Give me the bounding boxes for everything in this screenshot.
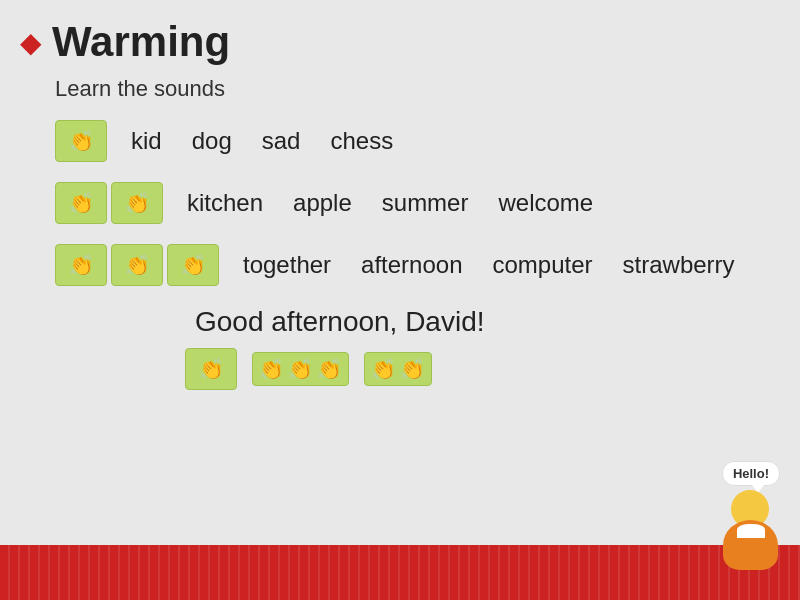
clap-icon: 👏	[69, 191, 94, 215]
clap-box: 👏	[55, 182, 107, 224]
clap-group-good: 👏	[185, 348, 237, 390]
row-1: 👏 kid dog sad chess	[40, 120, 760, 162]
clap-icon: 👏	[288, 357, 313, 381]
word-together: together	[243, 251, 331, 279]
clap-icon: 👏	[259, 357, 284, 381]
clap-group-afternoon: 👏 👏 👏	[252, 352, 349, 386]
clap-boxes-2: 👏 👏	[55, 182, 167, 224]
words-row-2: kitchen apple summer welcome	[187, 189, 593, 217]
bottom-bar	[0, 545, 800, 600]
clap-icon: 👏	[125, 253, 150, 277]
clap-boxes-1: 👏	[55, 120, 111, 162]
clap-box: 👏	[55, 120, 107, 162]
main-content: Learn the sounds 👏 kid dog sad chess 👏 👏…	[0, 76, 800, 390]
word-computer: computer	[493, 251, 593, 279]
words-row-1: kid dog sad chess	[131, 127, 393, 155]
speech-bubble: Hello!	[722, 461, 780, 486]
page-title: Warming	[52, 18, 230, 66]
avatar	[723, 490, 778, 570]
word-apple: apple	[293, 189, 352, 217]
clap-box: 👏	[55, 244, 107, 286]
subtitle: Learn the sounds	[40, 76, 760, 102]
clap-icon: 👏	[181, 253, 206, 277]
word-summer: summer	[382, 189, 469, 217]
header: ◆ Warming	[0, 0, 800, 76]
word-kitchen: kitchen	[187, 189, 263, 217]
word-welcome: welcome	[498, 189, 593, 217]
clap-box: 👏	[167, 244, 219, 286]
clap-icon: 👏	[317, 357, 342, 381]
clap-boxes-3: 👏 👏 👏	[55, 244, 223, 286]
character: Hello!	[722, 461, 780, 570]
clap-group-david: 👏 👏	[364, 352, 432, 386]
diamond-icon: ◆	[20, 26, 42, 59]
word-chess: chess	[330, 127, 393, 155]
word-sad: sad	[262, 127, 301, 155]
clap-box: 👏	[111, 182, 163, 224]
words-row-3: together afternoon computer strawberry	[243, 251, 735, 279]
good-afternoon-section: Good afternoon, David! 👏 👏 👏 👏 👏 👏	[40, 306, 760, 390]
clap-icon: 👏	[69, 253, 94, 277]
avatar-body	[723, 520, 778, 570]
bottom-claps: 👏 👏 👏 👏 👏 👏	[70, 348, 760, 390]
avatar-collar	[737, 524, 765, 538]
word-strawberry: strawberry	[623, 251, 735, 279]
clap-icon: 👏	[400, 357, 425, 381]
row-2: 👏 👏 kitchen apple summer welcome	[40, 182, 760, 224]
word-kid: kid	[131, 127, 162, 155]
clap-icon: 👏	[371, 357, 396, 381]
clap-icon: 👏	[69, 129, 94, 153]
word-afternoon: afternoon	[361, 251, 462, 279]
row-3: 👏 👏 👏 together afternoon computer strawb…	[40, 244, 760, 286]
clap-icon: 👏	[199, 357, 224, 381]
word-dog: dog	[192, 127, 232, 155]
clap-box: 👏	[111, 244, 163, 286]
clap-icon: 👏	[125, 191, 150, 215]
good-afternoon-text: Good afternoon, David!	[70, 306, 760, 338]
